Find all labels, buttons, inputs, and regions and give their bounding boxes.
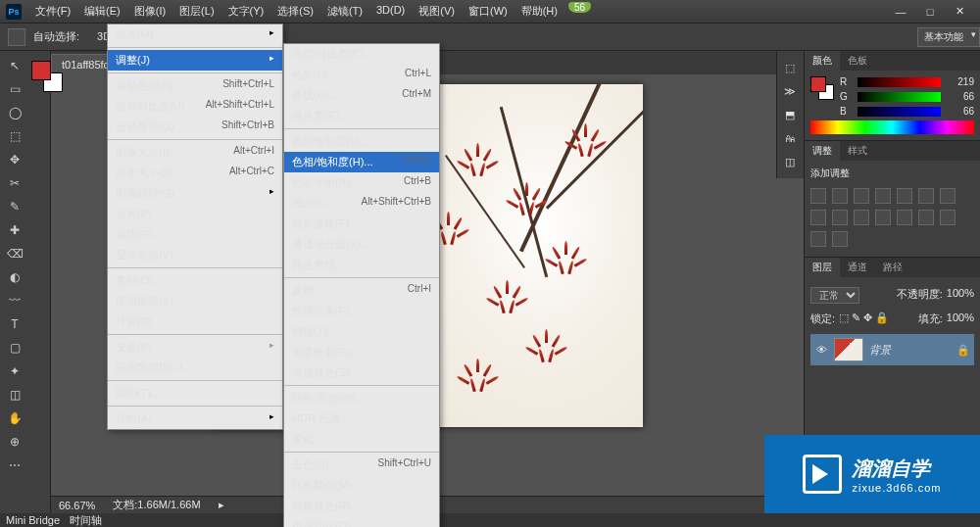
workspace-dropdown[interactable]: 基本功能 bbox=[917, 27, 980, 47]
gradient-tool[interactable]: ◫ bbox=[4, 384, 25, 406]
mi-auto-tone[interactable]: 自动色调(N)Shift+Ctrl+L bbox=[108, 75, 282, 96]
menu-file[interactable]: 文件(F) bbox=[29, 1, 76, 22]
adj-icon[interactable] bbox=[918, 188, 934, 204]
tab-timeline[interactable]: 时间轴 bbox=[70, 513, 102, 528]
blend-mode-select[interactable]: 正常 bbox=[810, 287, 859, 304]
mi-calculations[interactable]: 计算(C)... bbox=[108, 311, 282, 332]
mi-reveal[interactable]: 显示全部(V) bbox=[108, 245, 282, 265]
dodge-tool[interactable]: ◐ bbox=[4, 266, 25, 288]
adj-icon[interactable] bbox=[810, 210, 826, 225]
adj-icon[interactable] bbox=[897, 210, 912, 225]
ma-threshold[interactable]: 阈值(T)... bbox=[284, 321, 439, 342]
adj-icon[interactable] bbox=[918, 210, 934, 225]
adj-icon[interactable] bbox=[810, 188, 826, 204]
tab-paths[interactable]: 路径 bbox=[875, 258, 910, 277]
ma-brightness[interactable]: 亮度/对比度(C)... bbox=[284, 44, 439, 65]
mi-trap[interactable]: 陷印(T)... bbox=[108, 383, 282, 404]
mi-canvas-size[interactable]: 画布大小(S)...Alt+Ctrl+C bbox=[108, 163, 282, 183]
adj-icon[interactable] bbox=[940, 210, 956, 225]
healing-tool[interactable]: ✚ bbox=[4, 219, 25, 241]
slice-tool[interactable]: ✂ bbox=[4, 172, 25, 194]
minimize-button[interactable]: — bbox=[888, 3, 913, 21]
mi-analysis[interactable]: 分析(A) bbox=[108, 408, 282, 429]
ma-hdr[interactable]: HDR 色调... bbox=[284, 408, 439, 429]
mi-adjustments[interactable]: 调整(J) bbox=[108, 50, 282, 71]
ma-levels[interactable]: 色阶(L)...Ctrl+L bbox=[284, 65, 439, 85]
adj-icon[interactable] bbox=[832, 210, 848, 225]
ma-hue-saturation[interactable]: 色相/饱和度(H)...Ctrl+U bbox=[284, 152, 439, 172]
wand-tool[interactable]: ⬚ bbox=[4, 125, 25, 147]
layer-thumbnail[interactable] bbox=[834, 338, 863, 361]
menu-select[interactable]: 选择(S) bbox=[271, 1, 319, 22]
hand-tool[interactable]: ✋ bbox=[4, 407, 25, 429]
marquee-tool[interactable]: ▭ bbox=[4, 78, 25, 100]
b-slider[interactable] bbox=[858, 107, 941, 117]
mi-apply-image[interactable]: 应用图像(Y)... bbox=[108, 291, 282, 311]
path-tool[interactable]: ✦ bbox=[4, 360, 25, 382]
mi-auto-color[interactable]: 自动颜色(O)Shift+Ctrl+B bbox=[108, 117, 282, 137]
zoom-tool[interactable]: ⊕ bbox=[4, 431, 25, 453]
menu-window[interactable]: 窗口(W) bbox=[463, 1, 514, 22]
adj-icon[interactable] bbox=[875, 210, 891, 225]
close-button[interactable]: ✕ bbox=[947, 3, 972, 21]
g-value[interactable]: 66 bbox=[947, 91, 974, 102]
ma-equalize[interactable]: 色调均化(Q) bbox=[284, 516, 439, 527]
tab-channels[interactable]: 通道 bbox=[840, 258, 875, 277]
menu-image[interactable]: 图像(I) bbox=[128, 1, 172, 22]
tab-layers[interactable]: 图层 bbox=[805, 258, 840, 277]
shape-tool[interactable]: ▢ bbox=[4, 337, 25, 359]
zoom-level[interactable]: 66.67% bbox=[59, 500, 95, 511]
tab-adjustments[interactable]: 调整 bbox=[805, 141, 840, 161]
ma-exposure[interactable]: 曝光度(E)... bbox=[284, 106, 439, 126]
adj-icon[interactable] bbox=[854, 210, 869, 225]
eraser-tool[interactable]: ⌫ bbox=[4, 243, 25, 264]
type-tool[interactable]: T bbox=[4, 313, 25, 335]
visibility-icon[interactable]: 👁 bbox=[814, 343, 828, 357]
ma-gradmap[interactable]: 渐变映射(G)... bbox=[284, 342, 439, 362]
pen-tool[interactable]: 〰 bbox=[4, 290, 25, 311]
panel-color-swatch[interactable] bbox=[810, 76, 834, 100]
menu-view[interactable]: 视图(V) bbox=[413, 1, 461, 22]
mi-auto-contrast[interactable]: 自动对比度(U)Alt+Shift+Ctrl+L bbox=[108, 96, 282, 117]
mi-duplicate[interactable]: 复制(D)... bbox=[108, 270, 282, 291]
ma-selective[interactable]: 可选颜色(S)... bbox=[284, 362, 439, 383]
lasso-tool[interactable]: ◯ bbox=[4, 102, 25, 123]
menu-filter[interactable]: 滤镜(T) bbox=[321, 1, 368, 22]
adj-icon[interactable] bbox=[832, 231, 848, 247]
menu-3d[interactable]: 3D(D) bbox=[370, 1, 411, 22]
tab-color[interactable]: 颜色 bbox=[805, 51, 840, 71]
adj-icon[interactable] bbox=[810, 231, 826, 247]
ma-posterize[interactable]: 色调分离(P)... bbox=[284, 301, 439, 321]
tab-swatches[interactable]: 色板 bbox=[840, 51, 875, 71]
mi-trim[interactable]: 裁切(R)... bbox=[108, 224, 282, 245]
adj-icon[interactable] bbox=[832, 188, 848, 204]
ma-replace[interactable]: 替换颜色(R)... bbox=[284, 496, 439, 516]
adj-icon[interactable] bbox=[854, 188, 869, 204]
menu-edit[interactable]: 编辑(E) bbox=[78, 1, 126, 22]
ma-desaturate[interactable]: 去色(D)Shift+Ctrl+U bbox=[284, 455, 439, 475]
move-tool-icon[interactable] bbox=[8, 28, 25, 46]
mi-datasets[interactable]: 应用数据组(L)... bbox=[108, 358, 282, 378]
ma-photofilter[interactable]: 照片滤镜(F)... bbox=[284, 214, 439, 234]
maximize-button[interactable]: □ bbox=[917, 3, 943, 21]
adj-icon[interactable] bbox=[875, 188, 891, 204]
spectrum-bar[interactable] bbox=[810, 120, 974, 134]
ma-shadows[interactable]: 阴影/高光(W)... bbox=[284, 388, 439, 408]
ma-lookup[interactable]: 颜色查找... bbox=[284, 255, 439, 275]
strip-icon-5[interactable]: ◫ bbox=[781, 153, 799, 170]
crop-tool[interactable]: ✥ bbox=[4, 149, 25, 170]
mi-mode[interactable]: 模式(M) bbox=[108, 24, 282, 45]
r-value[interactable]: 219 bbox=[947, 76, 974, 87]
menu-help[interactable]: 帮助(H) bbox=[515, 1, 564, 22]
ma-bw[interactable]: 黑白(K)...Alt+Shift+Ctrl+B bbox=[284, 193, 439, 214]
ma-mixer[interactable]: 通道混合器(X)... bbox=[284, 234, 439, 255]
opacity-value[interactable]: 100% bbox=[947, 287, 974, 304]
mi-variables[interactable]: 变量(B) bbox=[108, 337, 282, 358]
strip-icon-2[interactable]: ≫ bbox=[781, 82, 799, 100]
ma-variations[interactable]: 变化... bbox=[284, 429, 439, 450]
r-slider[interactable] bbox=[858, 77, 941, 87]
ma-curves[interactable]: 曲线(U)...Ctrl+M bbox=[284, 85, 439, 106]
mi-rotation[interactable]: 图像旋转(G) bbox=[108, 183, 282, 204]
brush-tool[interactable]: ✎ bbox=[4, 196, 25, 217]
strip-icon-4[interactable]: 🗛 bbox=[781, 129, 799, 147]
